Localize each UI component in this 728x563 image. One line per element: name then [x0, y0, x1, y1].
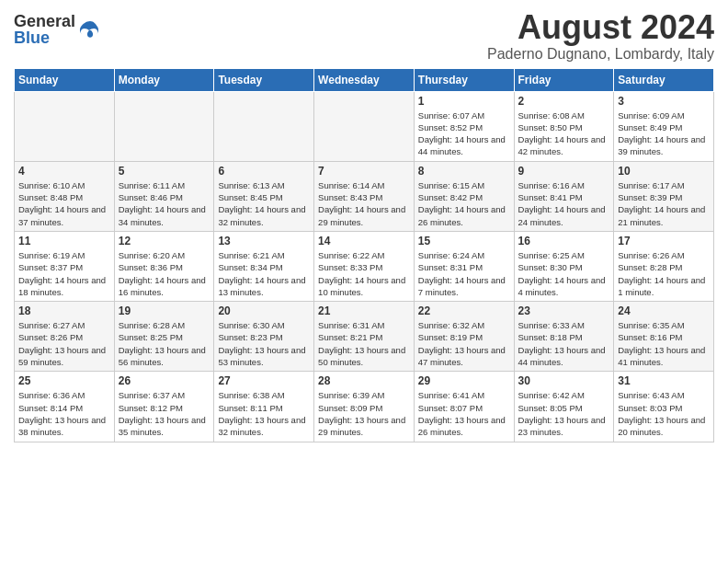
- day-number: 27: [218, 374, 310, 387]
- header-wednesday: Wednesday: [314, 68, 415, 91]
- calendar-cell: 24Sunrise: 6:35 AMSunset: 8:16 PMDayligh…: [614, 302, 714, 372]
- day-number: 16: [518, 235, 610, 247]
- calendar-cell: 14Sunrise: 6:22 AMSunset: 8:33 PMDayligh…: [314, 231, 415, 301]
- day-info: Sunrise: 6:33 AMSunset: 8:18 PMDaylight:…: [518, 319, 610, 368]
- day-number: 17: [618, 235, 710, 247]
- day-info: Sunrise: 6:37 AMSunset: 8:12 PMDaylight:…: [119, 389, 210, 438]
- day-number: 11: [18, 235, 110, 247]
- calendar-cell: 29Sunrise: 6:41 AMSunset: 8:07 PMDayligh…: [414, 372, 514, 442]
- calendar-cell: 19Sunrise: 6:28 AMSunset: 8:25 PMDayligh…: [114, 302, 214, 372]
- calendar-cell: 26Sunrise: 6:37 AMSunset: 8:12 PMDayligh…: [114, 372, 214, 442]
- day-info: Sunrise: 6:32 AMSunset: 8:19 PMDaylight:…: [418, 319, 510, 368]
- day-number: 8: [418, 165, 510, 178]
- week-row-3: 18Sunrise: 6:27 AMSunset: 8:26 PMDayligh…: [15, 302, 714, 372]
- day-info: Sunrise: 6:14 AMSunset: 8:43 PMDaylight:…: [318, 179, 410, 228]
- day-info: Sunrise: 6:15 AMSunset: 8:42 PMDaylight:…: [418, 179, 510, 228]
- calendar-cell: 30Sunrise: 6:42 AMSunset: 8:05 PMDayligh…: [514, 372, 614, 442]
- logo: General Blue: [14, 13, 103, 46]
- calendar-cell: 22Sunrise: 6:32 AMSunset: 8:19 PMDayligh…: [414, 302, 514, 372]
- day-number: 6: [218, 165, 310, 178]
- calendar-table: SundayMondayTuesdayWednesdayThursdayFrid…: [14, 68, 714, 442]
- location-title: Paderno Dugnano, Lombardy, Italy: [487, 46, 714, 63]
- day-info: Sunrise: 6:30 AMSunset: 8:23 PMDaylight:…: [218, 319, 310, 368]
- day-info: Sunrise: 6:35 AMSunset: 8:16 PMDaylight:…: [618, 319, 710, 368]
- calendar-cell: 7Sunrise: 6:14 AMSunset: 8:43 PMDaylight…: [314, 161, 415, 231]
- day-info: Sunrise: 6:38 AMSunset: 8:11 PMDaylight:…: [218, 389, 310, 438]
- day-info: Sunrise: 6:36 AMSunset: 8:14 PMDaylight:…: [18, 389, 110, 438]
- day-number: 3: [618, 95, 710, 108]
- day-number: 9: [518, 165, 610, 178]
- day-info: Sunrise: 6:11 AMSunset: 8:46 PMDaylight:…: [119, 179, 210, 228]
- calendar-cell: 3Sunrise: 6:09 AMSunset: 8:49 PMDaylight…: [614, 91, 714, 161]
- calendar-cell: [314, 91, 415, 161]
- header-thursday: Thursday: [414, 68, 514, 91]
- header-saturday: Saturday: [614, 68, 714, 91]
- day-info: Sunrise: 6:42 AMSunset: 8:05 PMDaylight:…: [518, 389, 610, 438]
- day-number: 10: [618, 165, 710, 178]
- week-row-2: 11Sunrise: 6:19 AMSunset: 8:37 PMDayligh…: [15, 231, 714, 301]
- day-number: 18: [18, 304, 110, 317]
- day-number: 1: [418, 95, 510, 108]
- day-info: Sunrise: 6:09 AMSunset: 8:49 PMDaylight:…: [618, 109, 710, 158]
- day-info: Sunrise: 6:28 AMSunset: 8:25 PMDaylight:…: [119, 319, 210, 368]
- week-row-1: 4Sunrise: 6:10 AMSunset: 8:48 PMDaylight…: [15, 161, 714, 231]
- day-info: Sunrise: 6:13 AMSunset: 8:45 PMDaylight:…: [218, 179, 310, 228]
- calendar-cell: 23Sunrise: 6:33 AMSunset: 8:18 PMDayligh…: [514, 302, 614, 372]
- day-number: 25: [18, 374, 110, 387]
- day-info: Sunrise: 6:24 AMSunset: 8:31 PMDaylight:…: [418, 249, 510, 298]
- day-number: 23: [518, 304, 610, 317]
- day-info: Sunrise: 6:10 AMSunset: 8:48 PMDaylight:…: [18, 179, 110, 228]
- day-number: 26: [119, 374, 210, 387]
- day-info: Sunrise: 6:08 AMSunset: 8:50 PMDaylight:…: [518, 109, 610, 158]
- calendar-cell: 4Sunrise: 6:10 AMSunset: 8:48 PMDaylight…: [15, 161, 115, 231]
- calendar-cell: 31Sunrise: 6:43 AMSunset: 8:03 PMDayligh…: [614, 372, 714, 442]
- calendar-cell: 17Sunrise: 6:26 AMSunset: 8:28 PMDayligh…: [614, 231, 714, 301]
- calendar-cell: 1Sunrise: 6:07 AMSunset: 8:52 PMDaylight…: [414, 91, 514, 161]
- day-info: Sunrise: 6:27 AMSunset: 8:26 PMDaylight:…: [18, 319, 110, 368]
- calendar-cell: 15Sunrise: 6:24 AMSunset: 8:31 PMDayligh…: [414, 231, 514, 301]
- day-number: 5: [119, 165, 210, 178]
- day-info: Sunrise: 6:21 AMSunset: 8:34 PMDaylight:…: [218, 249, 310, 298]
- calendar-cell: 6Sunrise: 6:13 AMSunset: 8:45 PMDaylight…: [214, 161, 314, 231]
- day-info: Sunrise: 6:17 AMSunset: 8:39 PMDaylight:…: [618, 179, 710, 228]
- day-info: Sunrise: 6:43 AMSunset: 8:03 PMDaylight:…: [618, 389, 710, 438]
- day-number: 20: [218, 304, 310, 317]
- calendar-cell: [214, 91, 314, 161]
- calendar-cell: 12Sunrise: 6:20 AMSunset: 8:36 PMDayligh…: [114, 231, 214, 301]
- calendar-cell: 16Sunrise: 6:25 AMSunset: 8:30 PMDayligh…: [514, 231, 614, 301]
- day-info: Sunrise: 6:16 AMSunset: 8:41 PMDaylight:…: [518, 179, 610, 228]
- logo-blue: Blue: [14, 29, 75, 46]
- header-row: SundayMondayTuesdayWednesdayThursdayFrid…: [15, 68, 714, 91]
- day-number: 15: [418, 235, 510, 247]
- day-info: Sunrise: 6:22 AMSunset: 8:33 PMDaylight:…: [318, 249, 410, 298]
- day-info: Sunrise: 6:20 AMSunset: 8:36 PMDaylight:…: [119, 249, 210, 298]
- day-number: 28: [318, 374, 410, 387]
- header-tuesday: Tuesday: [214, 68, 314, 91]
- day-number: 12: [119, 235, 210, 247]
- week-row-4: 25Sunrise: 6:36 AMSunset: 8:14 PMDayligh…: [15, 372, 714, 442]
- week-row-0: 1Sunrise: 6:07 AMSunset: 8:52 PMDaylight…: [15, 91, 714, 161]
- calendar-cell: 9Sunrise: 6:16 AMSunset: 8:41 PMDaylight…: [514, 161, 614, 231]
- day-number: 19: [119, 304, 210, 317]
- day-number: 14: [318, 235, 410, 247]
- day-number: 4: [18, 165, 110, 178]
- day-info: Sunrise: 6:31 AMSunset: 8:21 PMDaylight:…: [318, 319, 410, 368]
- day-number: 24: [618, 304, 710, 317]
- calendar-cell: 27Sunrise: 6:38 AMSunset: 8:11 PMDayligh…: [214, 372, 314, 442]
- day-number: 22: [418, 304, 510, 317]
- calendar-cell: 5Sunrise: 6:11 AMSunset: 8:46 PMDaylight…: [114, 161, 214, 231]
- logo-general: General: [14, 13, 75, 29]
- calendar-cell: 11Sunrise: 6:19 AMSunset: 8:37 PMDayligh…: [15, 231, 115, 301]
- calendar-cell: [114, 91, 214, 161]
- day-info: Sunrise: 6:26 AMSunset: 8:28 PMDaylight:…: [618, 249, 710, 298]
- day-info: Sunrise: 6:25 AMSunset: 8:30 PMDaylight:…: [518, 249, 610, 298]
- calendar-cell: 28Sunrise: 6:39 AMSunset: 8:09 PMDayligh…: [314, 372, 415, 442]
- calendar-cell: 10Sunrise: 6:17 AMSunset: 8:39 PMDayligh…: [614, 161, 714, 231]
- day-info: Sunrise: 6:39 AMSunset: 8:09 PMDaylight:…: [318, 389, 410, 438]
- day-number: 7: [318, 165, 410, 178]
- day-info: Sunrise: 6:19 AMSunset: 8:37 PMDaylight:…: [18, 249, 110, 298]
- day-number: 13: [218, 235, 310, 247]
- day-number: 2: [518, 95, 610, 108]
- calendar-cell: 2Sunrise: 6:08 AMSunset: 8:50 PMDaylight…: [514, 91, 614, 161]
- calendar-cell: 8Sunrise: 6:15 AMSunset: 8:42 PMDaylight…: [414, 161, 514, 231]
